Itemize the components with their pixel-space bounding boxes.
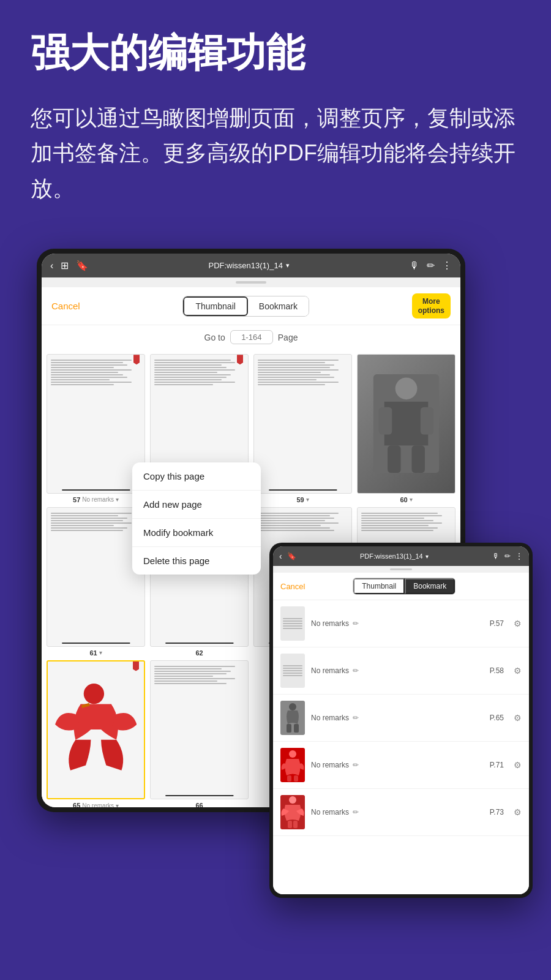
sec-tab-bookmark[interactable]: Bookmark bbox=[405, 578, 455, 594]
sec-back-icon[interactable]: ‹ bbox=[279, 551, 282, 561]
thumb-lines-63 bbox=[258, 513, 348, 531]
svg-rect-4 bbox=[421, 407, 433, 435]
sec-mic-icon[interactable]: 🎙 bbox=[492, 552, 500, 560]
settings-icon-71[interactable]: ⚙ bbox=[514, 760, 522, 770]
art-thumb-65 bbox=[280, 701, 305, 735]
bookmark-item-65[interactable]: No remarks ✏ P.65 ⚙ bbox=[273, 695, 529, 742]
chevron-down-icon-60[interactable]: ▾ bbox=[410, 496, 413, 503]
bookmark-thumb-58 bbox=[280, 654, 305, 688]
bookmark-info-65: No remarks ✏ bbox=[311, 714, 484, 722]
more-options-button[interactable]: Moreoptions bbox=[412, 293, 451, 318]
bookmark-page-57: P.57 bbox=[490, 619, 504, 628]
modify-bookmark-item[interactable]: Modify bookmark bbox=[132, 519, 261, 547]
cancel-button[interactable]: Cancel bbox=[51, 301, 80, 311]
svg-rect-5 bbox=[388, 446, 400, 473]
sec-bookmark-icon[interactable]: 🔖 bbox=[287, 552, 296, 560]
svg-rect-3 bbox=[379, 407, 392, 435]
settings-icon-57[interactable]: ⚙ bbox=[514, 619, 522, 628]
page-label: Page bbox=[278, 333, 298, 342]
main-toolbar: ‹ ⊞ 🔖 PDF:wissen13(1)_14 ▾ 🎙 ✏ ⋮ bbox=[42, 254, 460, 277]
toolbar-right: 🎙 ✏ ⋮ bbox=[410, 260, 452, 271]
thumbnail-65[interactable]: 65 No remarks ▾ bbox=[47, 660, 145, 808]
tab-thumbnail[interactable]: Thumbnail bbox=[183, 296, 247, 316]
thumb-label-60: 60 ▾ bbox=[357, 496, 455, 503]
thumb-img-59 bbox=[253, 354, 352, 494]
thumbnail-61[interactable]: 61 ▾ bbox=[47, 507, 145, 657]
sec-toolbar-center: PDF:wissen13(1)_14 ▾ bbox=[360, 552, 429, 560]
bookmark-remarks-73: No remarks bbox=[311, 808, 349, 816]
art-thumb-71 bbox=[280, 748, 305, 782]
edit-icon-58[interactable]: ✏ bbox=[353, 666, 359, 675]
thumb-lines-66 bbox=[154, 666, 244, 684]
thumbnail-60[interactable]: 60 ▾ bbox=[357, 354, 455, 503]
svg-rect-10 bbox=[287, 724, 291, 733]
chevron-down-icon-59[interactable]: ▾ bbox=[306, 496, 309, 503]
goto-input[interactable] bbox=[230, 330, 273, 344]
sec-toolbar-title: PDF:wissen13(1)_14 bbox=[360, 552, 423, 560]
thumb-label-66: 66 bbox=[150, 802, 249, 807]
tab-bookmark[interactable]: Bookmark bbox=[248, 296, 309, 316]
thumb-lines-61 bbox=[51, 513, 141, 531]
more-icon[interactable]: ⋮ bbox=[442, 260, 452, 271]
bookmark-thumb-71 bbox=[280, 748, 305, 782]
pen-icon[interactable]: ✏ bbox=[427, 260, 435, 271]
thumb-img-60 bbox=[357, 354, 455, 494]
sec-dropdown-arrow-icon[interactable]: ▾ bbox=[425, 553, 429, 560]
mic-icon[interactable]: 🎙 bbox=[410, 260, 419, 271]
sec-cancel-button[interactable]: Cancel bbox=[280, 582, 305, 591]
svg-point-15 bbox=[289, 796, 296, 804]
settings-icon-73[interactable]: ⚙ bbox=[514, 807, 522, 817]
bookmark-item-58[interactable]: No remarks ✏ P.58 ⚙ bbox=[273, 647, 529, 695]
copy-page-item[interactable]: Copy this page bbox=[132, 462, 261, 491]
bookmark-list: No remarks ✏ P.57 ⚙ No remarks bbox=[273, 600, 529, 894]
svg-rect-16 bbox=[288, 821, 292, 828]
bookmark-item-73[interactable]: No remarks ✏ P.73 ⚙ bbox=[273, 789, 529, 836]
drag-handle bbox=[236, 281, 266, 284]
settings-icon-65[interactable]: ⚙ bbox=[514, 713, 522, 723]
bookmark-remarks-58: No remarks bbox=[311, 666, 349, 675]
settings-icon-58[interactable]: ⚙ bbox=[514, 666, 522, 676]
sec-drag-handle bbox=[390, 568, 412, 570]
toolbar-title: PDF:wissen13(1)_14 bbox=[208, 261, 282, 270]
bookmark-page-73: P.73 bbox=[490, 808, 504, 816]
goto-bar: Go to Page bbox=[42, 325, 460, 349]
edit-icon-65[interactable]: ✏ bbox=[353, 714, 359, 722]
thumbnail-66[interactable]: 66 bbox=[150, 660, 249, 808]
thumb-img-65 bbox=[47, 660, 145, 800]
grid-icon[interactable]: ⊞ bbox=[61, 260, 69, 271]
hero-description: 您可以通过鸟瞰图增删页面，调整页序，复制或添加书签备注。更多高级的PDF编辑功能… bbox=[31, 100, 520, 206]
panel-header: Cancel Thumbnail Bookmark Moreoptions bbox=[42, 287, 460, 325]
add-page-item[interactable]: Add new page bbox=[132, 491, 261, 519]
dropdown-arrow-icon[interactable]: ▾ bbox=[286, 262, 290, 270]
edit-icon-73[interactable]: ✏ bbox=[353, 808, 359, 816]
bookmark-info-58: No remarks ✏ bbox=[311, 666, 484, 675]
tab-group: Thumbnail Bookmark bbox=[182, 296, 309, 317]
back-icon[interactable]: ‹ bbox=[50, 260, 53, 271]
bookmark-page-71: P.71 bbox=[490, 761, 504, 769]
bookmark-thumb-lines-58 bbox=[283, 665, 302, 676]
art-figure-60 bbox=[362, 361, 450, 486]
delete-page-item[interactable]: Delete this page bbox=[132, 547, 261, 575]
thumbnail-57[interactable]: 57 No remarks ▾ bbox=[47, 354, 145, 503]
bookmark-item-57[interactable]: No remarks ✏ P.57 ⚙ bbox=[273, 600, 529, 647]
bookmark-remarks-71: No remarks bbox=[311, 761, 349, 769]
svg-rect-6 bbox=[411, 446, 424, 473]
sec-pen-icon[interactable]: ✏ bbox=[504, 552, 511, 560]
sec-more-icon[interactable]: ⋮ bbox=[515, 552, 523, 560]
bookmark-item-71[interactable]: No remarks ✏ P.71 ⚙ bbox=[273, 742, 529, 789]
thumbnail-59[interactable]: 59 ▾ bbox=[253, 354, 352, 503]
art-thumb-73 bbox=[280, 795, 305, 829]
chevron-down-icon-61[interactable]: ▾ bbox=[99, 649, 102, 656]
edit-icon-57[interactable]: ✏ bbox=[353, 619, 359, 628]
thumb-img-61 bbox=[47, 507, 145, 647]
bookmark-icon[interactable]: 🔖 bbox=[76, 260, 88, 271]
edit-icon-71[interactable]: ✏ bbox=[353, 761, 359, 769]
bookmark-thumb-lines-57 bbox=[283, 618, 302, 629]
sec-tab-thumbnail[interactable]: Thumbnail bbox=[353, 578, 405, 594]
svg-point-1 bbox=[395, 378, 418, 400]
chevron-down-icon-57[interactable]: ▾ bbox=[116, 496, 119, 503]
thumb-label-57: 57 No remarks ▾ bbox=[47, 496, 145, 503]
chevron-down-icon-65[interactable]: ▾ bbox=[116, 802, 119, 808]
goto-label: Go to bbox=[204, 333, 225, 342]
bookmark-remarks-65: No remarks bbox=[311, 714, 349, 722]
